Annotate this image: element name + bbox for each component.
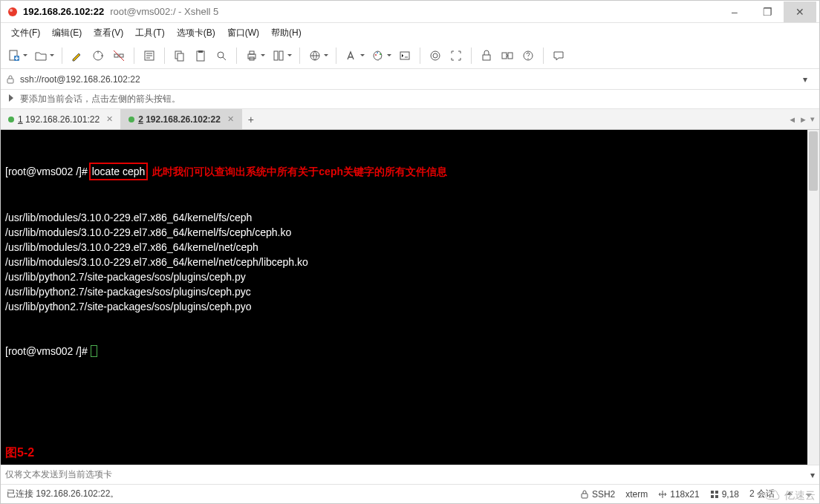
send-bar-placeholder: 仅将文本发送到当前选项卡 — [5, 468, 112, 481]
transfer-icon[interactable] — [498, 47, 516, 65]
svg-point-20 — [377, 52, 378, 53]
menu-item[interactable]: 选项卡(B) — [171, 24, 221, 42]
toolbar-separator — [62, 48, 62, 64]
menu-item[interactable]: 工具(T) — [129, 24, 170, 42]
properties-icon[interactable] — [140, 47, 158, 65]
print-icon[interactable] — [243, 47, 261, 65]
svg-rect-34 — [715, 495, 718, 498]
menu-item[interactable]: 窗口(W) — [221, 24, 265, 42]
address-bar[interactable]: ssh://root@192.168.26.102:22 ▾ — [1, 69, 819, 90]
session-tab-row: 1 192.168.26.101:22✕2 192.168.26.102:22✕… — [1, 109, 819, 130]
scrollbar-thumb[interactable] — [809, 131, 818, 191]
toolbar-separator — [164, 48, 165, 64]
tab-list-icon[interactable]: ▾ — [810, 114, 815, 124]
cloud-icon: ℯ — [764, 489, 781, 503]
menu-item[interactable]: 查看(V) — [88, 24, 129, 42]
toolbar-separator — [471, 48, 472, 64]
copy-icon[interactable] — [171, 47, 189, 65]
globe-icon[interactable] — [306, 47, 324, 65]
tab-next-icon[interactable]: ► — [799, 115, 807, 124]
svg-rect-33 — [711, 495, 714, 498]
minimize-button[interactable]: – — [718, 1, 751, 22]
menu-bar: 文件(F)编辑(E)查看(V)工具(T)选项卡(B)窗口(W)帮助(H) — [1, 23, 819, 42]
terminal-line: /usr/lib/modules/3.10.0-229.el7.x86_64/k… — [5, 210, 815, 225]
status-termtype: xterm — [625, 489, 648, 500]
fullscreen-icon[interactable] — [447, 47, 465, 65]
svg-rect-16 — [274, 51, 278, 60]
title-bar: 192.168.26.102:22 root@vms002:/ - Xshell… — [1, 1, 819, 23]
lock-icon[interactable] — [478, 47, 495, 65]
maximize-button[interactable]: ❐ — [751, 1, 784, 22]
toolbar — [1, 42, 819, 69]
close-button[interactable]: ✕ — [784, 1, 816, 22]
svg-rect-11 — [198, 50, 203, 53]
tab-close-icon[interactable]: ✕ — [227, 114, 234, 124]
terminal-line: /usr/lib/python2.7/site-packages/sos/plu… — [5, 284, 815, 299]
send-bar-dropdown-icon[interactable]: ▾ — [810, 470, 815, 480]
add-session-arrow-icon[interactable] — [5, 93, 16, 105]
toolbar-separator — [134, 48, 134, 64]
svg-rect-24 — [483, 55, 490, 60]
svg-point-23 — [431, 51, 440, 60]
svg-point-12 — [218, 52, 224, 58]
menu-item[interactable]: 帮助(H) — [265, 24, 308, 42]
tab-label: 2 192.168.26.102:22 — [138, 114, 221, 125]
new-file-icon[interactable] — [5, 47, 23, 65]
paste-icon[interactable] — [192, 47, 209, 65]
terminal-line: /usr/lib/python2.7/site-packages/sos/plu… — [5, 299, 815, 314]
info-text: 要添加当前会话，点击左侧的箭头按钮。 — [20, 93, 180, 105]
reconnect-icon[interactable] — [89, 47, 107, 65]
terminal-icon[interactable] — [396, 47, 414, 65]
svg-point-0 — [8, 7, 17, 16]
svg-rect-29 — [7, 79, 13, 83]
terminal-line: /usr/lib/modules/3.10.0-229.el7.x86_64/k… — [5, 240, 815, 255]
status-cursor: 9,18 — [710, 489, 739, 500]
address-text: ssh://root@192.168.26.102:22 — [20, 74, 140, 85]
toolbar-separator — [420, 48, 420, 64]
svg-point-19 — [375, 54, 377, 56]
script-icon[interactable] — [426, 47, 444, 65]
status-size: 118x21 — [658, 489, 699, 500]
send-bar[interactable]: 仅将文本发送到当前选项卡 ▾ — [1, 465, 819, 484]
svg-text:ℯ: ℯ — [770, 494, 773, 498]
pencil-icon[interactable] — [68, 47, 86, 65]
toolbar-separator — [299, 48, 300, 64]
resize-icon — [658, 490, 667, 499]
toolbar-separator — [543, 48, 544, 64]
command-highlight: locate ceph — [89, 163, 149, 180]
watermark: ℯ 亿速云 — [764, 489, 816, 503]
tab-close-icon[interactable]: ✕ — [106, 114, 113, 124]
font-icon[interactable] — [342, 47, 360, 65]
disconnect-icon[interactable] — [110, 47, 128, 65]
session-tab[interactable]: 1 192.168.26.101:22✕ — [1, 109, 121, 129]
status-dot-icon — [128, 117, 134, 122]
tab-prev-icon[interactable]: ◄ — [788, 115, 796, 124]
columns-icon[interactable] — [270, 47, 287, 65]
open-folder-icon[interactable] — [32, 47, 50, 65]
annotation-text: 此时我们可以查询出系统中所有关于ceph关键字的所有文件信息 — [152, 164, 447, 179]
menu-item[interactable]: 编辑(E) — [46, 24, 88, 42]
svg-point-28 — [527, 58, 528, 59]
address-dropdown-icon[interactable]: ▾ — [803, 74, 815, 85]
terminal[interactable]: [root@vms002 /]# locate ceph 此时我们可以查询出系统… — [1, 130, 819, 465]
session-tab[interactable]: 2 192.168.26.102:22✕ — [121, 109, 242, 129]
svg-rect-31 — [711, 491, 714, 494]
help-icon[interactable] — [519, 47, 537, 65]
add-tab-button[interactable]: + — [242, 109, 260, 129]
svg-point-1 — [10, 9, 13, 12]
toolbar-separator — [236, 48, 237, 64]
app-window: 192.168.26.102:22 root@vms002:/ - Xshell… — [0, 0, 820, 504]
comment-icon[interactable] — [550, 47, 567, 65]
terminal-scrollbar[interactable] — [807, 130, 819, 465]
prompt-1: [root@vms002 /]# — [5, 164, 88, 179]
palette-icon[interactable] — [369, 47, 387, 65]
menu-item[interactable]: 文件(F) — [5, 24, 46, 42]
terminal-content: [root@vms002 /]# locate ceph 此时我们可以查询出系统… — [1, 130, 819, 391]
tab-nav: ◄ ► ▾ — [784, 109, 819, 129]
info-bar: 要添加当前会话，点击左侧的箭头按钮。 — [1, 90, 819, 109]
search-icon[interactable] — [212, 47, 230, 65]
svg-point-21 — [380, 53, 381, 55]
svg-rect-32 — [715, 491, 718, 494]
terminal-line: /usr/lib/modules/3.10.0-229.el7.x86_64/k… — [5, 255, 815, 269]
svg-rect-26 — [508, 53, 512, 59]
